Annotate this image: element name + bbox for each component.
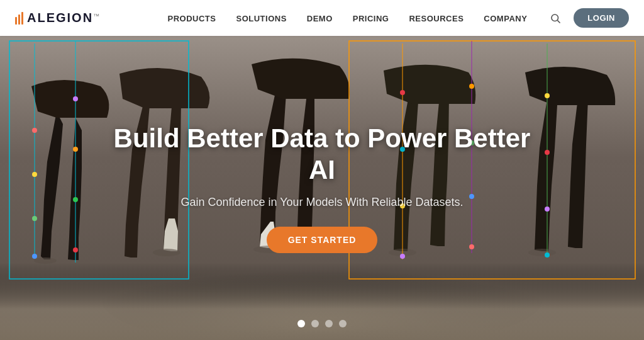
search-icon xyxy=(550,13,561,24)
svg-point-28 xyxy=(469,84,474,89)
nav-demo[interactable]: DEMO xyxy=(307,14,333,23)
nav-solutions[interactable]: SOLUTIONS xyxy=(236,14,286,23)
search-button[interactable] xyxy=(547,10,564,26)
svg-rect-4 xyxy=(0,263,644,340)
svg-point-13 xyxy=(32,128,37,133)
svg-point-5 xyxy=(34,258,57,264)
logo[interactable]: ALEGION™ xyxy=(15,11,99,25)
svg-point-21 xyxy=(73,247,78,252)
nav-resources[interactable]: RESOURCES xyxy=(409,14,464,23)
carousel-dot-4[interactable] xyxy=(339,320,347,327)
svg-point-33 xyxy=(545,93,550,98)
carousel-dot-3[interactable] xyxy=(325,320,333,327)
login-button[interactable]: LOGIN xyxy=(574,8,629,28)
hero-content: Build Better Data to Power Better AI Gai… xyxy=(102,123,542,254)
nav-products[interactable]: PRODUCTS xyxy=(168,14,216,23)
svg-point-36 xyxy=(545,252,550,258)
nav-pricing[interactable]: PRICING xyxy=(353,14,389,23)
hero-subtitle: Gain Confidence in Your Models With Reli… xyxy=(102,196,542,209)
svg-point-20 xyxy=(73,197,78,202)
carousel-dot-2[interactable] xyxy=(311,320,319,327)
carousel-dots xyxy=(297,320,347,327)
logo-text: ALEGION™ xyxy=(27,11,99,25)
svg-point-16 xyxy=(32,254,37,259)
svg-point-34 xyxy=(545,150,550,155)
cta-button[interactable]: GET STARTED xyxy=(267,227,378,253)
hero-section: Build Better Data to Power Better AI Gai… xyxy=(0,36,644,340)
svg-point-35 xyxy=(545,207,550,212)
svg-point-14 xyxy=(32,172,37,177)
hero-title: Build Better Data to Power Better AI xyxy=(102,123,542,186)
nav-company[interactable]: COMPANY xyxy=(484,14,527,23)
logo-icon xyxy=(15,12,23,25)
nav-actions: LOGIN xyxy=(547,8,629,28)
svg-point-26 xyxy=(400,254,405,259)
nav-links: PRODUCTS SOLUTIONS DEMO PRICING RESOURCE… xyxy=(168,13,528,24)
svg-point-0 xyxy=(552,14,558,21)
navbar: ALEGION™ PRODUCTS SOLUTIONS DEMO PRICING… xyxy=(0,0,644,36)
svg-point-18 xyxy=(73,96,78,101)
svg-line-1 xyxy=(558,20,560,23)
carousel-dot-1[interactable] xyxy=(297,320,305,327)
svg-point-23 xyxy=(400,90,405,95)
svg-point-15 xyxy=(32,216,37,221)
svg-point-19 xyxy=(73,147,78,152)
